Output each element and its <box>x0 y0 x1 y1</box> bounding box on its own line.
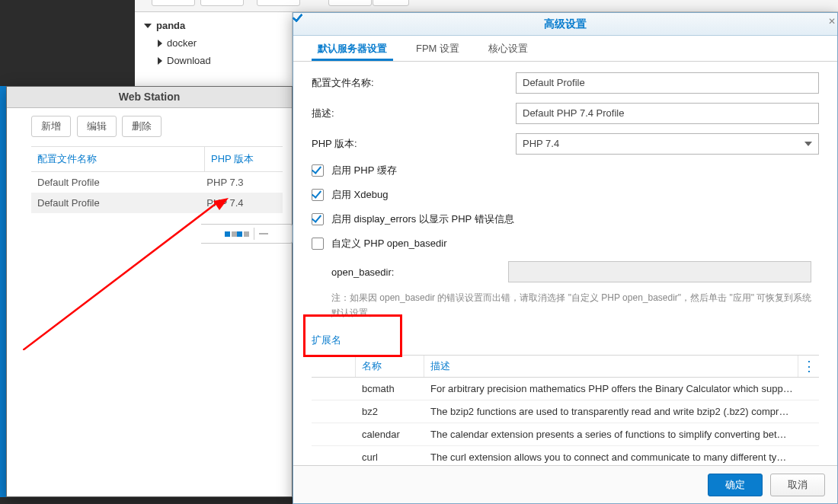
php-version-label: PHP 版本: <box>312 137 516 151</box>
webstation-window: Web Station 新增 编辑 删除 配置文件名称 PHP 版本 Defau… <box>6 86 293 497</box>
toolbar-create-button[interactable]: 新增▾ <box>200 0 244 6</box>
checkbox-label: 启用 Xdebug <box>331 188 388 202</box>
webstation-title: Web Station <box>7 87 292 107</box>
ext-desc: The bzip2 functions are used to transpar… <box>424 406 819 417</box>
checkbox-display-errors[interactable]: 启用 display_errors 以显示 PHP 错误信息 <box>312 212 819 226</box>
tab-core[interactable]: 核心设置 <box>482 42 534 61</box>
toolbar-action-label: 操作 <box>265 0 285 2</box>
toolbar-setting-label: 设置 <box>381 0 401 2</box>
ext-name: bcmath <box>356 383 424 394</box>
close-icon[interactable]: ✕ <box>828 16 836 27</box>
ext-head-check[interactable] <box>312 356 356 377</box>
toolbar-create-label: 新增 <box>209 0 229 2</box>
folder-tree: panda docker Download <box>135 12 293 88</box>
checkbox-icon <box>312 164 324 177</box>
advanced-settings-window: 高级设置 ✕ 默认服务器设置 FPM 设置 核心设置 配置文件名称: Defau… <box>293 12 838 504</box>
profile-name-input[interactable]: Default Profile <box>516 72 819 94</box>
checkbox-icon <box>312 238 324 250</box>
chevron-down-icon <box>144 24 152 28</box>
toolbar-tool-button[interactable]: 工具▾ <box>328 0 372 6</box>
ext-desc: The calendar extension presents a series… <box>424 429 819 440</box>
table-row[interactable]: Default Profile PHP 7.4 <box>31 193 283 213</box>
ext-desc: The curl extension allows you to connect… <box>424 451 819 463</box>
cancel-button[interactable]: 取消 <box>770 474 825 496</box>
divider <box>254 228 254 240</box>
ext-head-name[interactable]: 名称 <box>356 356 424 377</box>
grid-view-icon <box>232 231 237 237</box>
profile-name-label: 配置文件名称: <box>312 76 516 90</box>
extensions-table-head: 名称 描述 ⋮ <box>312 355 819 378</box>
ext-row[interactable]: calendar The calendar extension presents… <box>312 423 819 446</box>
checkbox-label: 自定义 PHP open_basedir <box>331 237 447 250</box>
ext-head-desc[interactable]: 描述 <box>424 356 798 377</box>
ws-php-ver: PHP 7.3 <box>206 177 277 188</box>
adv-footer: 确定 取消 <box>293 465 837 503</box>
adv-title: 高级设置 <box>293 13 837 35</box>
desc-label: 描述: <box>312 107 516 120</box>
open-basedir-note: 注：如果因 open_basedir 的错误设置而出错，请取消选择 "自定义 P… <box>331 290 819 321</box>
grid-view-icon <box>225 231 230 237</box>
tree-root-label: panda <box>156 20 185 31</box>
open-basedir-input <box>508 261 811 282</box>
tree-item-download[interactable]: Download <box>144 52 292 69</box>
checkbox-open-basedir[interactable]: 自定义 PHP open_basedir <box>312 237 819 250</box>
desc-input[interactable]: Default PHP 7.4 Profile <box>516 103 819 124</box>
ws-col-php-ver[interactable]: PHP 版本 <box>205 147 277 171</box>
ws-php-ver: PHP 7.4 <box>206 197 277 209</box>
tab-default-server[interactable]: 默认服务器设置 <box>312 42 393 61</box>
checkbox-xdebug[interactable]: 启用 Xdebug <box>312 188 819 202</box>
open-basedir-label: open_basedir: <box>312 266 508 278</box>
ext-name: calendar <box>356 429 424 440</box>
ext-name: bz2 <box>356 406 424 417</box>
ext-head-more-icon[interactable]: ⋮ <box>798 356 819 377</box>
tree-item-label: docker <box>167 37 197 49</box>
grid-view-icon <box>244 231 249 237</box>
tree-item-label: Download <box>167 55 211 66</box>
adv-tabs: 默认服务器设置 FPM 设置 核心设置 <box>293 36 837 62</box>
ws-delete-button[interactable]: 删除 <box>122 116 162 137</box>
ws-edit-button[interactable]: 编辑 <box>77 116 117 137</box>
adv-titlebar[interactable]: 高级设置 ✕ <box>293 13 837 36</box>
checkbox-icon <box>312 213 324 225</box>
webstation-titlebar[interactable]: Web Station <box>7 87 292 108</box>
ext-desc: For arbitrary precision mathematics PHP … <box>424 383 819 394</box>
toolbar-tool-label: 工具 <box>337 0 357 2</box>
php-version-select[interactable]: PHP 7.4 <box>516 133 819 155</box>
tree-item-docker[interactable]: docker <box>144 34 292 52</box>
checkbox-label: 启用 display_errors 以显示 PHP 错误信息 <box>331 212 514 226</box>
ok-button[interactable]: 确定 <box>708 474 763 496</box>
toolbar-upload-label: 上传 <box>160 0 180 2</box>
ext-row[interactable]: bcmath For arbitrary precision mathemati… <box>312 378 819 400</box>
ext-name: curl <box>356 451 424 463</box>
chevron-right-icon <box>158 40 162 47</box>
view-mode-switch[interactable] <box>201 224 293 244</box>
tab-fpm[interactable]: FPM 设置 <box>410 42 465 61</box>
chevron-down-icon <box>804 142 812 146</box>
checkbox-php-cache[interactable]: 启用 PHP 缓存 <box>312 164 819 177</box>
ext-row[interactable]: bz2 The bzip2 functions are used to tran… <box>312 400 819 423</box>
ws-new-button[interactable]: 新增 <box>31 116 71 137</box>
checkbox-label: 启用 PHP 缓存 <box>331 164 397 177</box>
list-view-icon <box>259 233 268 234</box>
ws-table: 配置文件名称 PHP 版本 Default Profile PHP 7.3 De… <box>31 146 283 213</box>
ws-profile-name: Default Profile <box>37 197 206 209</box>
chevron-right-icon <box>158 57 162 65</box>
extensions-title: 扩展名 <box>312 332 819 355</box>
ws-profile-name: Default Profile <box>37 177 206 188</box>
table-row[interactable]: Default Profile PHP 7.3 <box>31 172 283 193</box>
ws-col-profile-name[interactable]: 配置文件名称 <box>31 147 205 171</box>
toolbar-upload-button[interactable]: 上传▾ <box>152 0 195 6</box>
grid-view-icon <box>237 231 242 237</box>
checkbox-icon <box>312 189 324 201</box>
toolbar-action-button[interactable]: 操作▾ <box>257 0 300 6</box>
toolbar-setting-button[interactable]: 设置 <box>373 0 409 6</box>
tree-root[interactable]: panda <box>144 17 292 34</box>
sidebar-accent <box>0 86 6 497</box>
php-version-value: PHP 7.4 <box>523 138 559 149</box>
